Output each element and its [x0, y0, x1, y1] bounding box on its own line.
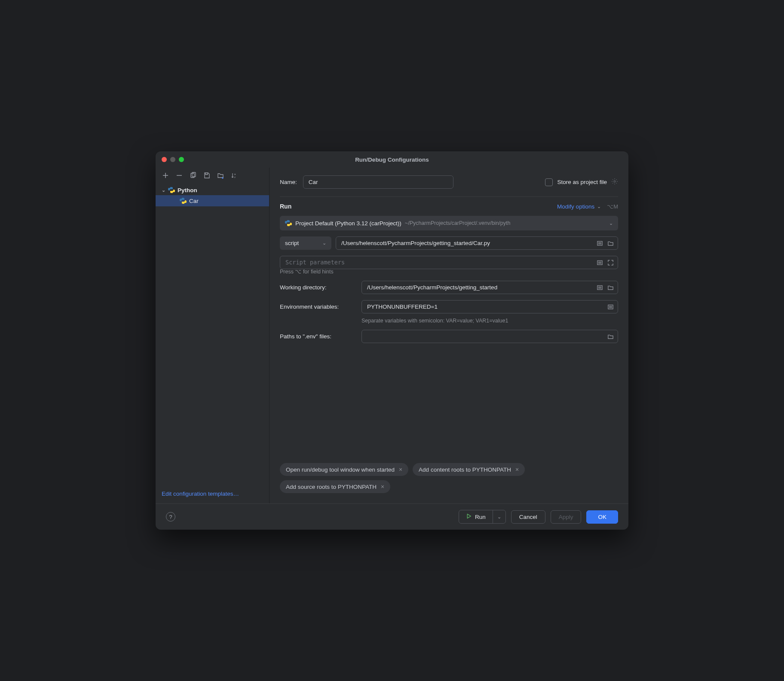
sidebar-toolbar: az	[156, 168, 269, 183]
apply-button[interactable]: Apply	[551, 510, 582, 524]
python-icon	[180, 197, 187, 204]
folder-icon[interactable]	[607, 284, 614, 291]
folder-icon[interactable]	[607, 333, 614, 340]
sort-config-button[interactable]: az	[230, 172, 238, 179]
option-chips: Open run/debug tool window when started …	[280, 424, 618, 493]
modify-options-group: Modify options ⌄ ⌥M	[557, 203, 618, 210]
store-as-project-row: Store as project file	[545, 178, 618, 187]
main-panel: Name: Store as project file Run Modify o…	[270, 168, 628, 503]
chip-open-tool-window: Open run/debug tool window when started …	[280, 463, 408, 476]
workdir-label: Working directory:	[280, 284, 361, 291]
chip-label: Add source roots to PYTHONPATH	[286, 484, 377, 490]
expand-icon[interactable]	[607, 304, 614, 310]
run-dropdown-button[interactable]: ⌄	[493, 510, 505, 523]
env-label: Environment variables:	[280, 304, 361, 310]
store-as-project-label: Store as project file	[557, 179, 607, 185]
cancel-button[interactable]: Cancel	[511, 510, 545, 524]
chip-remove-button[interactable]: ×	[399, 466, 402, 473]
script-mode-select[interactable]: script ⌄	[280, 236, 331, 250]
params-hint: Press ⌥ for field hints	[280, 268, 618, 275]
copy-icon	[190, 172, 196, 179]
edit-templates-link[interactable]: Edit configuration templates…	[162, 491, 239, 497]
play-icon	[466, 513, 472, 520]
name-input[interactable]	[303, 175, 453, 189]
env-hint: Separate variables with semicolon: VAR=v…	[361, 318, 508, 324]
interpreter-label: Project Default (Python 3.12 (carProject…	[295, 220, 401, 227]
tree-item-label: Car	[189, 198, 199, 204]
save-icon	[203, 172, 210, 179]
minimize-window-button[interactable]	[170, 157, 175, 162]
add-config-button[interactable]	[162, 172, 169, 179]
params-row	[280, 256, 618, 269]
tree-item-car[interactable]: Car	[156, 195, 269, 206]
run-button[interactable]: Run ⌄	[459, 510, 506, 524]
chip-label: Add content roots to PYTHONPATH	[419, 466, 511, 473]
expand-icon[interactable]	[597, 240, 603, 246]
python-icon	[168, 187, 175, 193]
sidebar-footer: Edit configuration templates…	[156, 484, 269, 503]
run-debug-config-dialog: Run/Debug Configurations	[156, 151, 628, 530]
help-button[interactable]: ?	[166, 512, 175, 521]
save-config-button[interactable]	[203, 172, 211, 179]
gear-icon[interactable]	[611, 178, 618, 187]
chip-remove-button[interactable]: ×	[381, 483, 384, 490]
minus-icon	[176, 172, 183, 179]
chevron-down-icon: ⌄	[609, 221, 613, 226]
maximize-window-button[interactable]	[179, 157, 184, 162]
content-area: az ⌄ Python Car E	[156, 168, 628, 503]
config-tree: ⌄ Python Car	[156, 183, 269, 484]
chevron-down-icon: ⌄	[162, 187, 165, 193]
modify-options-label: Modify options	[557, 203, 594, 210]
window-controls	[162, 157, 184, 162]
interpreter-select[interactable]: Project Default (Python 3.12 (carProject…	[280, 216, 618, 230]
name-label: Name:	[280, 179, 297, 185]
copy-config-button[interactable]	[189, 172, 197, 179]
chevron-down-icon: ⌄	[322, 240, 326, 246]
script-path-input[interactable]	[336, 236, 618, 250]
svg-point-4	[614, 181, 616, 182]
ok-button[interactable]: OK	[586, 510, 618, 524]
modify-options-link[interactable]: Modify options ⌄	[557, 203, 601, 210]
tree-category-label: Python	[178, 187, 197, 193]
window-title: Run/Debug Configurations	[156, 156, 628, 163]
envfile-row: Paths to ".env" files:	[280, 330, 618, 343]
workdir-input[interactable]	[361, 281, 618, 294]
script-mode-label: script	[285, 240, 299, 246]
svg-text:a: a	[234, 173, 236, 175]
modify-options-shortcut: ⌥M	[607, 203, 618, 210]
chip-label: Open run/debug tool window when started	[286, 466, 395, 473]
run-section-title: Run	[280, 203, 291, 210]
workdir-row: Working directory:	[280, 281, 618, 294]
remove-config-button[interactable]	[175, 172, 183, 179]
dialog-footer: ? Run ⌄ Cancel Apply OK	[156, 503, 628, 530]
divider	[280, 196, 618, 197]
sort-icon: az	[231, 172, 238, 179]
expand-icon[interactable]	[597, 284, 603, 291]
store-as-project-checkbox[interactable]	[545, 178, 553, 186]
svg-text:z: z	[234, 176, 236, 178]
chevron-down-icon: ⌄	[497, 514, 501, 520]
plus-icon	[162, 172, 169, 179]
env-row: Environment variables:	[280, 300, 618, 313]
python-icon	[285, 220, 292, 227]
envfile-label: Paths to ".env" files:	[280, 333, 361, 340]
chip-remove-button[interactable]: ×	[515, 466, 519, 473]
tree-category-python[interactable]: ⌄ Python	[156, 185, 269, 195]
close-window-button[interactable]	[162, 157, 167, 162]
folder-icon[interactable]	[607, 240, 614, 246]
name-row: Name: Store as project file	[280, 175, 618, 189]
folder-plus-icon	[217, 172, 224, 179]
expand-icon[interactable]	[597, 259, 603, 266]
run-button-label: Run	[475, 514, 486, 520]
chip-content-roots: Add content roots to PYTHONPATH ×	[413, 463, 525, 476]
chevron-down-icon: ⌄	[597, 204, 601, 209]
envfile-input[interactable]	[361, 330, 618, 343]
env-input[interactable]	[361, 300, 618, 313]
script-row: script ⌄	[280, 236, 618, 250]
folder-config-button[interactable]	[217, 172, 224, 179]
script-params-input[interactable]	[280, 256, 618, 269]
chip-source-roots: Add source roots to PYTHONPATH ×	[280, 480, 390, 493]
fullscreen-icon[interactable]	[607, 259, 614, 266]
interpreter-path: ~/PycharmProjects/carProject/.venv/bin/p…	[405, 220, 606, 226]
titlebar: Run/Debug Configurations	[156, 151, 628, 168]
